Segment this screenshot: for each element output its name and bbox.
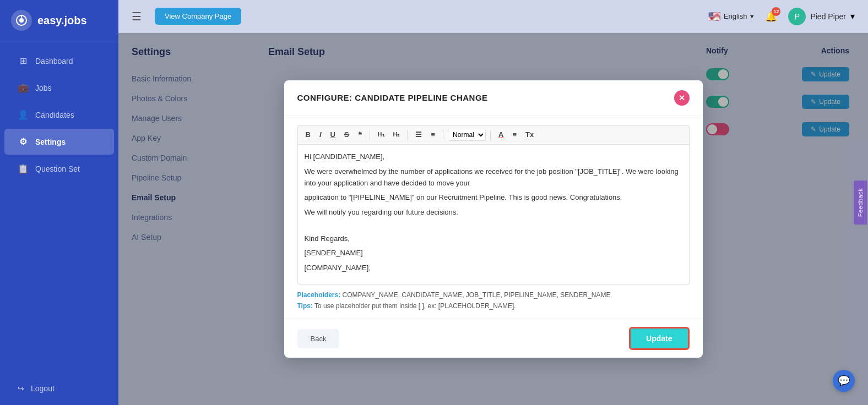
logo-area: easy.jobs (0, 0, 118, 41)
update-modal-button[interactable]: Update (629, 327, 689, 350)
unordered-list-button[interactable]: ≡ (427, 129, 438, 140)
placeholders-row: Placeholders: COMPANY_NAME, CANDIDATE_NA… (297, 291, 690, 299)
modal-title: CONFIGURE: CANDIDATE PIPELINE CHANGE (297, 93, 488, 102)
sidebar-item-dashboard[interactable]: ⊞ Dashboard (4, 48, 114, 74)
strikethrough-button[interactable]: S (341, 129, 352, 140)
flag-icon: 🇺🇸 (708, 10, 720, 23)
sidebar-item-label: Candidates (35, 111, 74, 119)
modal-close-button[interactable]: ✕ (674, 90, 690, 106)
content-area: Settings Basic Information Photos & Colo… (118, 33, 868, 405)
email-line-1: Hi [CANDIDATE_NAME], (305, 151, 682, 163)
topbar: ☰ View Company Page 🇺🇸 English ▾ 🔔 12 P … (118, 0, 868, 33)
user-profile[interactable]: P Pied Piper ▾ (788, 8, 855, 25)
email-line-7: [COMPANY_NAME], (305, 262, 682, 274)
editor-toolbar: B I U S ❝ H₁ H₂ ☰ ≡ Normal (297, 125, 690, 145)
email-editor[interactable]: Hi [CANDIDATE_NAME], We were overwhelmed… (297, 145, 690, 284)
sidebar-item-label: Jobs (35, 84, 52, 92)
sidebar-item-label: Settings (35, 138, 66, 146)
email-line-3: application to "[PIPELINE_NAME]" on our … (305, 192, 682, 204)
ordered-list-button[interactable]: ☰ (412, 129, 425, 140)
clear-format-button[interactable]: Tx (522, 129, 537, 140)
modal-body: B I U S ❝ H₁ H₂ ☰ ≡ Normal (284, 116, 703, 319)
sidebar-item-jobs[interactable]: 💼 Jobs (4, 75, 114, 101)
logout-icon: ↪ (18, 384, 24, 393)
toolbar-separator-3 (443, 130, 443, 140)
sidebar-item-label: Dashboard (35, 57, 73, 65)
avatar: P (788, 8, 806, 25)
view-company-button[interactable]: View Company Page (155, 8, 241, 25)
chat-button[interactable]: 💬 (833, 370, 855, 392)
sidebar-item-question-set[interactable]: 📋 Question Set (4, 156, 114, 182)
placeholders-label: Placeholders: (297, 291, 341, 299)
language-label: English (724, 12, 747, 20)
feedback-button[interactable]: Feedback (854, 180, 867, 225)
settings-icon: ⚙ (18, 136, 29, 147)
back-button[interactable]: Back (297, 329, 340, 348)
sidebar: easy.jobs ⊞ Dashboard 💼 Jobs 👤 Candidate… (0, 0, 118, 405)
logo-text: easy.jobs (37, 14, 87, 27)
email-line-5: Kind Regards, (305, 233, 682, 245)
quote-button[interactable]: ❝ (355, 129, 365, 140)
question-set-icon: 📋 (18, 163, 29, 174)
h1-button[interactable]: H₁ (375, 129, 388, 140)
modal-footer: Back Update (284, 319, 703, 358)
chevron-down-icon: ▾ (750, 12, 754, 20)
jobs-icon: 💼 (18, 83, 29, 93)
topbar-right: 🇺🇸 English ▾ 🔔 12 P Pied Piper ▾ (708, 8, 855, 25)
toolbar-separator-4 (490, 130, 491, 140)
email-line-2: We were overwhelmed by the number of app… (305, 166, 682, 189)
main-content: ☰ View Company Page 🇺🇸 English ▾ 🔔 12 P … (118, 0, 868, 405)
svg-point-1 (19, 18, 24, 23)
format-select[interactable]: Normal (448, 129, 486, 141)
sidebar-item-settings[interactable]: ⚙ Settings (4, 129, 114, 155)
candidates-icon: 👤 (18, 110, 29, 120)
align-button[interactable]: ≡ (509, 129, 520, 140)
sidebar-item-label: Question Set (35, 165, 80, 173)
italic-button[interactable]: I (316, 129, 325, 140)
notification-button[interactable]: 🔔 12 (765, 10, 777, 23)
bold-button[interactable]: B (302, 129, 314, 140)
language-selector[interactable]: 🇺🇸 English ▾ (708, 10, 755, 23)
tips-text: To use placeholder put them inside [ ], … (314, 302, 516, 310)
sidebar-nav: ⊞ Dashboard 💼 Jobs 👤 Candidates ⚙ Settin… (0, 41, 118, 372)
logo-icon (11, 10, 32, 31)
tips-label: Tips: (297, 302, 313, 310)
logout-label: Logout (31, 384, 55, 393)
tips-row: Tips: To use placeholder put them inside… (297, 302, 690, 310)
h2-button[interactable]: H₂ (390, 129, 403, 140)
logout-btn[interactable]: ↪ Logout (4, 376, 114, 401)
sidebar-item-candidates[interactable]: 👤 Candidates (4, 102, 114, 128)
notification-badge: 12 (772, 7, 780, 16)
user-name: Pied Piper (810, 12, 846, 21)
dashboard-icon: ⊞ (18, 56, 29, 66)
email-line-4: We will notify you regarding our future … (305, 207, 682, 218)
underline-button[interactable]: U (327, 129, 339, 140)
placeholders-text: COMPANY_NAME, CANDIDATE_NAME, JOB_TITLE,… (343, 291, 611, 299)
configure-modal: CONFIGURE: CANDIDATE PIPELINE CHANGE ✕ B… (284, 80, 703, 358)
modal-overlay: CONFIGURE: CANDIDATE PIPELINE CHANGE ✕ B… (118, 33, 868, 405)
hamburger-icon[interactable]: ☰ (132, 10, 142, 23)
chat-icon: 💬 (838, 375, 850, 387)
toolbar-separator (370, 130, 370, 140)
email-line-6: [SENDER_NAME] (305, 248, 682, 259)
chevron-down-icon: ▾ (850, 11, 855, 21)
modal-header: CONFIGURE: CANDIDATE PIPELINE CHANGE ✕ (284, 80, 703, 116)
toolbar-separator-2 (407, 130, 408, 140)
text-color-button[interactable]: A (495, 129, 507, 140)
